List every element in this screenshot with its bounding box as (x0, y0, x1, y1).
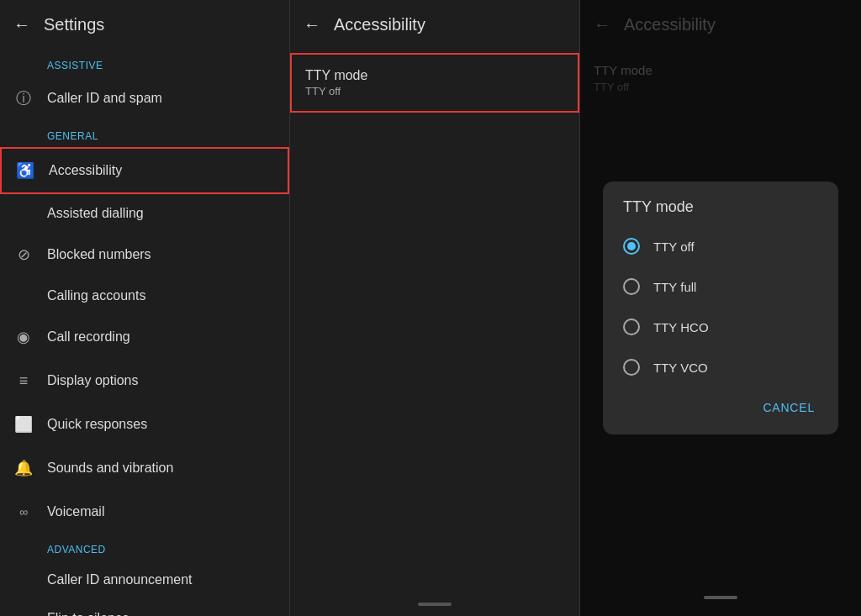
section-label-assistive: ASSISTIVE (0, 50, 289, 76)
tty-off-radio-fill (627, 242, 636, 250)
caller-id-spam-label: Caller ID and spam (47, 91, 162, 106)
tty-mode-dialog: TTY mode TTY off TTY full TTY HCO TTY VC… (603, 182, 838, 434)
accessibility-icon: ♿ (15, 161, 35, 181)
scroll-bar-middle (418, 603, 452, 606)
menu-item-flip-to-silence[interactable]: Flip to silence (0, 599, 289, 616)
section-label-advanced: ADVANCED (0, 534, 289, 561)
quick-responses-icon: ⬜ (13, 414, 34, 434)
quick-responses-label: Quick responses (47, 417, 147, 432)
settings-header: ← Settings (0, 0, 289, 50)
tty-vco-option[interactable]: TTY VCO (603, 347, 838, 387)
blocked-numbers-icon: ⊘ (13, 245, 34, 265)
accessibility-header: ← Accessibility (290, 0, 579, 50)
settings-title: Settings (44, 15, 104, 34)
tty-off-label: TTY off (653, 240, 695, 254)
display-options-icon: ≡ (13, 371, 34, 391)
dialog-overlay: TTY mode TTY off TTY full TTY HCO TTY VC… (580, 0, 861, 616)
menu-item-display-options[interactable]: ≡ Display options (0, 359, 289, 403)
call-recording-label: Call recording (47, 329, 130, 345)
menu-item-caller-id-spam[interactable]: ⓘ Caller ID and spam (0, 76, 289, 120)
menu-item-assisted-dialling[interactable]: Assisted dialling (0, 194, 289, 233)
menu-item-caller-id-announcement[interactable]: Caller ID announcement (0, 561, 289, 599)
accessibility-title: Accessibility (334, 15, 425, 34)
tty-hco-option[interactable]: TTY HCO (603, 307, 838, 347)
voicemail-icon: ∞ (13, 502, 34, 522)
menu-item-calling-accounts[interactable]: Calling accounts (0, 276, 289, 315)
menu-item-call-recording[interactable]: ◉ Call recording (0, 315, 289, 359)
tty-dialog-panel: ← Accessibility TTY mode TTY off TTY mod… (580, 0, 861, 616)
tty-off-option[interactable]: TTY off (603, 226, 838, 266)
tty-vco-radio[interactable] (623, 359, 640, 376)
tty-mode-item[interactable]: TTY mode TTY off (290, 53, 579, 113)
menu-item-sounds-vibration[interactable]: 🔔 Sounds and vibration (0, 446, 289, 490)
flip-to-silence-label: Flip to silence (47, 611, 129, 616)
blocked-numbers-label: Blocked numbers (47, 247, 151, 262)
calling-accounts-label: Calling accounts (47, 288, 145, 303)
section-label-general: GENERAL (0, 120, 289, 147)
dialog-actions: CANCEL (603, 387, 838, 434)
tty-hco-radio[interactable] (623, 319, 640, 335)
accessibility-label: Accessibility (49, 163, 122, 178)
scroll-bar-right (704, 596, 737, 599)
settings-panel: ← Settings ASSISTIVE ⓘ Caller ID and spa… (0, 0, 290, 616)
dialog-title: TTY mode (603, 182, 838, 226)
caller-id-announcement-label: Caller ID announcement (47, 572, 193, 587)
sounds-vibration-icon: 🔔 (13, 458, 34, 478)
tty-mode-title: TTY mode (305, 68, 564, 83)
call-recording-icon: ◉ (13, 327, 34, 347)
assisted-dialling-label: Assisted dialling (47, 206, 144, 221)
tty-full-label: TTY full (653, 280, 696, 294)
dialog-cancel-button[interactable]: CANCEL (753, 394, 825, 421)
tty-full-radio[interactable] (623, 278, 640, 295)
settings-back-button[interactable]: ← (13, 15, 30, 34)
accessibility-panel: ← Accessibility TTY mode TTY off (290, 0, 580, 616)
accessibility-back-button[interactable]: ← (304, 15, 320, 34)
tty-hco-label: TTY HCO (653, 320, 709, 334)
tty-vco-label: TTY VCO (653, 361, 708, 375)
caller-id-icon: ⓘ (13, 88, 34, 108)
menu-item-voicemail[interactable]: ∞ Voicemail (0, 490, 289, 534)
sounds-vibration-label: Sounds and vibration (47, 461, 173, 476)
display-options-label: Display options (47, 373, 139, 388)
menu-item-accessibility[interactable]: ♿ Accessibility (0, 147, 289, 194)
tty-full-option[interactable]: TTY full (603, 266, 838, 307)
voicemail-label: Voicemail (47, 504, 104, 519)
menu-item-blocked-numbers[interactable]: ⊘ Blocked numbers (0, 233, 289, 276)
menu-item-quick-responses[interactable]: ⬜ Quick responses (0, 403, 289, 446)
tty-mode-subtitle: TTY off (305, 85, 564, 97)
tty-off-radio[interactable] (623, 238, 640, 255)
